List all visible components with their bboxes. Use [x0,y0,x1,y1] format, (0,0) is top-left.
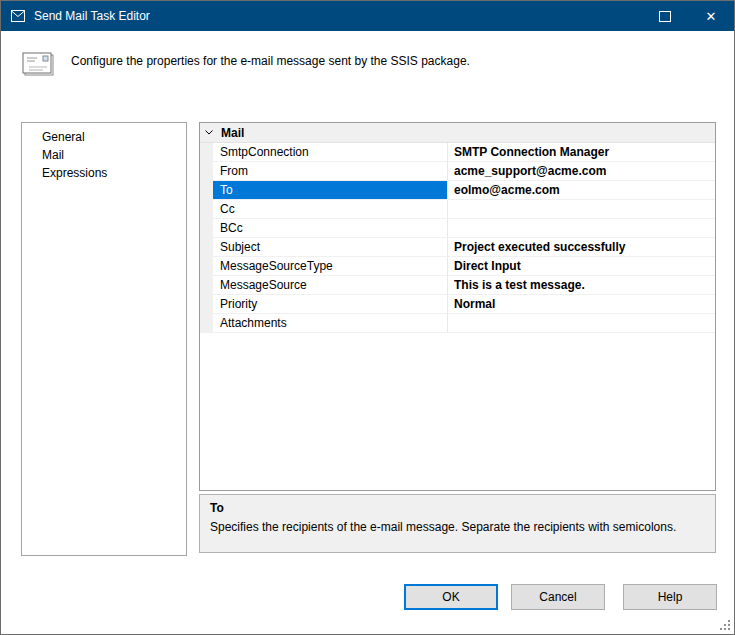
category-row-mail[interactable]: Mail [200,123,715,143]
maximize-button[interactable] [642,1,688,31]
help-button[interactable]: Help [623,584,717,610]
window-title: Send Mail Task Editor [34,9,150,23]
property-row-messagesource[interactable]: MessageSource This is a test message. [200,276,715,295]
property-description-text: Specifies the recipients of the e-mail m… [210,520,705,534]
property-value-cell[interactable]: acme_support@acme.com [448,162,715,180]
property-name-cell[interactable]: Subject [213,238,448,256]
property-grid: Mail SmtpConnection SMTP Connection Mana… [199,122,716,491]
titlebar-controls: ✕ [642,1,734,31]
property-row-from[interactable]: From acme_support@acme.com [200,162,715,181]
property-value-cell[interactable] [448,200,715,218]
property-name-cell[interactable]: From [213,162,448,180]
category-label: Mail [221,126,244,140]
close-button[interactable]: ✕ [688,1,734,31]
send-mail-task-editor-dialog: Send Mail Task Editor ✕ Configure the pr… [0,0,735,635]
maximize-icon [659,11,671,22]
dialog-description: Configure the properties for the e-mail … [71,54,691,69]
row-indent [200,238,213,256]
property-name-cell-selected[interactable]: To [213,181,448,199]
titlebar[interactable]: Send Mail Task Editor ✕ [1,1,734,31]
property-value-cell[interactable]: Direct Input [448,257,715,275]
property-value-cell[interactable]: Project executed successfully [448,238,715,256]
row-indent [200,314,213,332]
row-indent [200,200,213,218]
close-icon: ✕ [706,10,717,23]
property-value-cell[interactable]: SMTP Connection Manager [448,143,715,161]
row-indent [200,257,213,275]
nav-item-general[interactable]: General [22,128,186,146]
property-row-bcc[interactable]: BCc [200,219,715,238]
property-description-title: To [210,501,705,515]
property-row-messagesourcetype[interactable]: MessageSourceType Direct Input [200,257,715,276]
nav-item-expressions[interactable]: Expressions [22,164,186,182]
row-indent [200,181,213,199]
row-indent [200,295,213,313]
property-row-smtpconnection[interactable]: SmtpConnection SMTP Connection Manager [200,143,715,162]
resize-grip[interactable] [719,619,731,631]
property-value-cell[interactable] [448,219,715,237]
property-row-cc[interactable]: Cc [200,200,715,219]
property-name-cell[interactable]: Attachments [213,314,448,332]
row-indent [200,276,213,294]
row-indent [200,219,213,237]
dialog-header: Configure the properties for the e-mail … [1,31,734,103]
property-name-cell[interactable]: Priority [213,295,448,313]
property-row-attachments[interactable]: Attachments [200,314,715,333]
property-row-subject[interactable]: Subject Project executed successfully [200,238,715,257]
property-value-cell[interactable]: This is a test message. [448,276,715,294]
mail-task-icon [21,49,57,84]
property-value-cell[interactable] [448,314,715,332]
app-icon [10,8,26,24]
property-name-cell[interactable]: MessageSourceType [213,257,448,275]
property-value-cell[interactable]: eolmo@acme.com [448,181,715,199]
property-row-to[interactable]: To eolmo@acme.com [200,181,715,200]
property-name-cell[interactable]: MessageSource [213,276,448,294]
property-description-panel: To Specifies the recipients of the e-mai… [199,494,716,553]
nav-item-mail[interactable]: Mail [22,146,186,164]
property-name-cell[interactable]: SmtpConnection [213,143,448,161]
cancel-button[interactable]: Cancel [511,584,605,610]
ok-button[interactable]: OK [404,584,498,610]
row-indent [200,162,213,180]
page-list: General Mail Expressions [21,122,187,556]
collapse-chevron-icon[interactable] [200,130,218,135]
row-indent [200,143,213,161]
property-row-priority[interactable]: Priority Normal [200,295,715,314]
property-name-cell[interactable]: Cc [213,200,448,218]
property-name-cell[interactable]: BCc [213,219,448,237]
property-value-cell[interactable]: Normal [448,295,715,313]
